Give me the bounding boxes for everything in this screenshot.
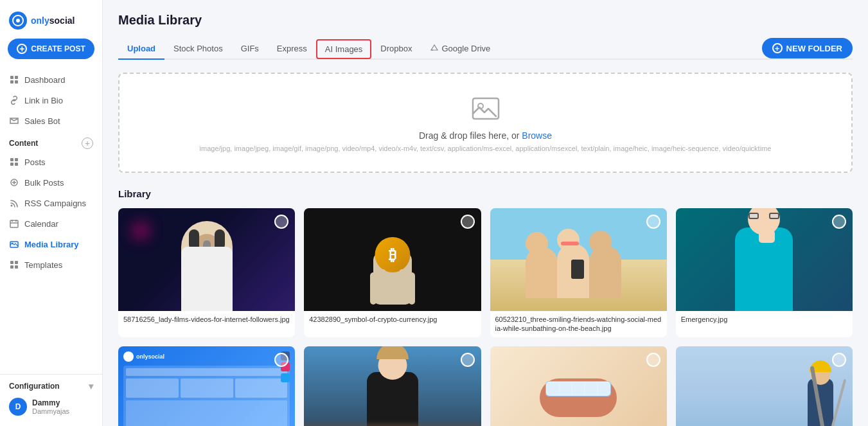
image-label: Emergency.jpg: [676, 311, 853, 328]
image-thumbnail: [118, 208, 295, 311]
svg-point-19: [12, 244, 13, 245]
image-thumbnail: [676, 346, 853, 426]
svg-rect-8: [10, 163, 13, 166]
image-thumbnail: ₿: [304, 208, 481, 311]
user-name: Dammy: [32, 398, 69, 407]
sidebar-bottom: Configuration ▾ D Dammy Dammyajas: [0, 374, 102, 426]
svg-rect-5: [15, 80, 18, 84]
image-wrapper: [490, 208, 667, 311]
svg-rect-21: [15, 261, 18, 264]
svg-rect-22: [10, 265, 13, 269]
drag-drop-text: Drag & drop files here, or Browse: [132, 130, 838, 141]
user-handle: Dammyajas: [32, 407, 69, 415]
select-circle[interactable]: [646, 215, 660, 229]
library-section: Library: [118, 188, 853, 426]
select-circle[interactable]: [832, 215, 846, 229]
list-item[interactable]: 58716256_lady-films-videos-for-internet-…: [118, 208, 295, 337]
image-label: 58716256_lady-films-videos-for-internet-…: [118, 311, 295, 328]
tab-stock-photos[interactable]: Stock Photos: [164, 39, 232, 60]
svg-point-13: [11, 205, 13, 207]
svg-rect-7: [15, 158, 18, 161]
sidebar-nav: Dashboard Link in Bio Sales Bot Content …: [0, 69, 102, 374]
avatar: D: [9, 398, 27, 416]
bot-icon: [9, 116, 19, 126]
sidebar-item-sales-bot[interactable]: Sales Bot: [0, 111, 102, 131]
sidebar-item-link-in-bio[interactable]: Link in Bio: [0, 90, 102, 111]
configuration-section-header: Configuration ▾: [9, 381, 93, 391]
sidebar-item-calendar[interactable]: Calendar: [0, 213, 102, 234]
image-label: 60523210_three-smiling-friends-watching-…: [490, 311, 667, 337]
sidebar-item-templates[interactable]: Templates: [0, 254, 102, 275]
bulk-posts-icon: [9, 177, 19, 188]
tabs-list: Upload Stock Photos GIFs Express AI Imag…: [118, 39, 499, 58]
select-circle[interactable]: [461, 353, 475, 367]
sidebar-item-posts[interactable]: Posts: [0, 152, 102, 172]
image-wrapper: [676, 346, 853, 426]
image-thumbnail: onlysocial: [118, 346, 295, 426]
select-circle[interactable]: [832, 353, 846, 367]
image-thumbnail: [676, 208, 853, 311]
image-thumbnail: [304, 346, 481, 426]
rss-icon: [9, 198, 19, 208]
image-wrapper: [304, 346, 481, 426]
select-circle[interactable]: [646, 353, 660, 367]
image-wrapper: [676, 208, 853, 311]
tab-express[interactable]: Express: [268, 39, 316, 60]
dashboard-icon: [9, 75, 19, 85]
sidebar-item-bulk-posts[interactable]: Bulk Posts: [0, 172, 102, 193]
image-label: 42382890_symbol-of-crypto-currency.jpg: [304, 311, 481, 328]
svg-point-1: [16, 19, 20, 22]
list-item[interactable]: [304, 346, 481, 426]
tab-ai-images[interactable]: AI Images: [316, 39, 372, 59]
image-wrapper: onlysocial: [118, 346, 295, 426]
list-item[interactable]: 60523210_three-smiling-friends-watching-…: [490, 208, 667, 337]
svg-rect-4: [10, 80, 13, 84]
config-collapse-icon[interactable]: ▾: [89, 381, 93, 391]
content-add-button[interactable]: +: [82, 138, 93, 149]
image-thumbnail: [490, 208, 667, 311]
media-library-icon: [9, 239, 19, 249]
image-wrapper: [118, 208, 295, 311]
image-wrapper: ₿: [304, 208, 481, 311]
list-item[interactable]: ₿ 42382890_symbol-of-crypto-currency.jpg: [304, 208, 481, 337]
tab-google-drive[interactable]: Google Drive: [421, 39, 499, 60]
tab-upload[interactable]: Upload: [118, 39, 164, 60]
upload-icon: [470, 93, 501, 124]
svg-rect-9: [15, 163, 18, 166]
svg-rect-3: [15, 76, 18, 79]
user-profile[interactable]: D Dammy Dammyajas: [9, 394, 93, 420]
list-item[interactable]: onlysocial: [118, 346, 295, 426]
templates-icon: [9, 260, 19, 270]
tab-dropbox[interactable]: Dropbox: [371, 39, 421, 60]
browse-link[interactable]: Browse: [522, 130, 552, 141]
create-post-icon: +: [17, 44, 27, 54]
sidebar: onlysocial + CREATE POST Dashboard Link …: [0, 0, 103, 426]
create-post-button[interactable]: + CREATE POST: [8, 39, 94, 59]
list-item[interactable]: [676, 346, 853, 426]
new-folder-icon: +: [772, 43, 783, 53]
list-item[interactable]: Emergency.jpg: [676, 208, 853, 337]
calendar-icon: [9, 218, 19, 229]
image-grid: 58716256_lady-films-videos-for-internet-…: [118, 208, 853, 426]
image-wrapper: [490, 346, 667, 426]
svg-rect-23: [15, 265, 18, 269]
image-thumbnail: [490, 346, 667, 426]
svg-rect-20: [10, 261, 13, 264]
main-content: Media Library Upload Stock Photos GIFs E…: [103, 0, 868, 426]
sidebar-item-media-library[interactable]: Media Library: [0, 234, 102, 254]
tab-gifs[interactable]: GIFs: [232, 39, 268, 60]
svg-rect-2: [10, 76, 13, 79]
content-section-header: Content +: [0, 131, 102, 152]
upload-dropzone[interactable]: Drag & drop files here, or Browse image/…: [118, 73, 853, 173]
select-circle[interactable]: [274, 353, 288, 367]
sidebar-item-rss-campaigns[interactable]: RSS Campaigns: [0, 193, 102, 213]
list-item[interactable]: [490, 346, 667, 426]
svg-rect-6: [10, 158, 13, 161]
new-folder-button[interactable]: + NEW FOLDER: [762, 38, 853, 58]
sidebar-item-dashboard[interactable]: Dashboard: [0, 69, 102, 90]
tabs-bar: Upload Stock Photos GIFs Express AI Imag…: [118, 38, 853, 60]
user-info: Dammy Dammyajas: [32, 398, 69, 415]
logo-icon: [9, 12, 27, 30]
select-circle[interactable]: [461, 215, 475, 229]
page-title: Media Library: [118, 13, 853, 28]
